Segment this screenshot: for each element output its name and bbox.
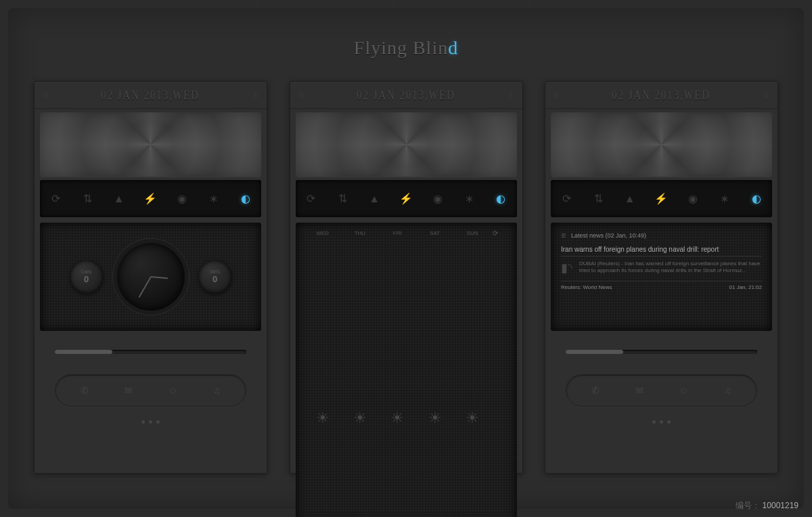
sun-icon: ☀ [380,409,414,427]
sun-icon: ☀ [455,409,489,427]
charge-icon[interactable]: ⚡ [650,192,672,205]
sun-icon: ☀ [418,409,452,427]
footer-value: 10001219 [763,501,798,510]
music-button[interactable]: ♫ [710,379,744,402]
phone-button[interactable]: ✆ [579,379,612,402]
forecast-widget: WED THU FRI SAT SUN ⟳ ☀ ☀ ☀ ☀ ☀ 14°/-2° … [296,223,517,517]
brushed-panel [551,112,772,177]
forecast-day: THU [343,230,377,236]
bluetooth-icon[interactable]: ∗ [203,192,225,205]
crown-icon: ♔ [252,91,258,99]
hour-hand [150,276,167,279]
charge-icon[interactable]: ⚡ [395,192,417,205]
clock-widget-area: Calls 0 SMS 0 [40,223,261,331]
dock: ✆ ✉ ☺ ♫ [55,374,246,407]
crown-icon: ♔ [508,91,514,99]
crown-icon: ♔ [763,91,769,99]
calls-value: 0 [84,274,89,284]
sun-icon: ☀ [306,409,340,427]
sun-icon: ☀ [343,409,377,427]
charge-icon[interactable]: ⚡ [139,192,161,205]
page-dot[interactable] [149,420,152,424]
gps-icon[interactable]: ◉ [427,192,449,205]
data-icon[interactable]: ⇅ [587,192,609,205]
analog-clock[interactable] [117,243,185,311]
bluetooth-icon[interactable]: ∗ [714,192,736,205]
forecast-day: SAT [418,230,452,236]
brightness-icon[interactable]: ◐ [746,192,767,205]
refresh-icon[interactable]: ⟳ [493,229,506,237]
wifi-icon[interactable]: ▲ [108,193,130,205]
page-dot[interactable] [141,420,145,424]
sms-value: 0 [212,274,217,284]
page-dot[interactable] [660,420,663,424]
mail-button[interactable]: ✉ [623,379,656,402]
sync-icon[interactable]: ⟳ [45,192,66,205]
sync-icon[interactable]: ⟳ [556,192,577,205]
brushed-panel [40,112,261,177]
date-bar: ♔ 02 JAN 2013,WED ♔ [35,82,267,109]
date-bar: ♔ 02 JAN 2013,WED ♔ [290,82,522,109]
news-body: DUBAI (Reuters) - Iran has warned off fo… [579,261,762,275]
data-icon[interactable]: ⇅ [76,192,98,205]
contacts-button[interactable]: ☺ [667,379,700,402]
sms-label: SMS [210,269,220,274]
title-main: Flying Blin [354,37,448,58]
toggle-row: ⟳ ⇅ ▲ ⚡ ◉ ∗ ◐ [551,180,772,217]
bluetooth-icon[interactable]: ∗ [458,192,480,205]
page-dot[interactable] [667,420,671,424]
wifi-icon[interactable]: ▲ [619,193,641,205]
toggle-row: ⟳ ⇅ ▲ ⚡ ◉ ∗ ◐ [40,180,261,217]
brightness-icon[interactable]: ◐ [490,192,512,205]
brushed-panel [296,112,517,177]
wifi-icon[interactable]: ▲ [363,193,385,205]
sync-icon[interactable]: ⟳ [300,192,322,205]
gps-icon[interactable]: ◉ [171,192,193,205]
forecast-day: FRI [380,230,414,236]
sms-badge[interactable]: SMS 0 [198,260,232,294]
date-text: 02 JAN 2013,WED [102,88,200,103]
news-headline: Iran warns off foreign planes during nav… [561,246,762,256]
panel-news: ♔ 02 JAN 2013,WED ♔ ⟳ ⇅ ▲ ⚡ ◉ ∗ ◐ ≡ Late… [545,81,778,474]
gps-icon[interactable]: ◉ [682,192,704,205]
data-icon[interactable]: ⇅ [332,192,354,205]
footer-label: 编号： [736,501,760,510]
dock: ✆ ✉ ☺ ♫ [566,374,757,407]
progress-fill [55,350,112,354]
app-title: Flying Blind [0,37,812,59]
rss-icon: ▮◝ [561,261,572,275]
date-bar: ♔ 02 JAN 2013,WED ♔ [545,82,777,109]
page-dot[interactable] [156,420,160,424]
minute-hand [138,277,151,298]
contacts-button[interactable]: ☺ [156,379,189,402]
phone-button[interactable]: ✆ [68,379,102,402]
pager [566,420,757,424]
page-dot[interactable] [652,420,656,424]
calls-badge[interactable]: Calls 0 [70,260,104,294]
news-time: 01 Jan, 21:02 [729,284,762,290]
crown-icon: ♔ [298,91,304,99]
crown-icon: ♔ [554,91,560,99]
forecast-day: WED [306,230,340,236]
panel-weather: ♔ 02 JAN 2013,WED ♔ ⟳ ⇅ ▲ ⚡ ◉ ∗ ◐ WED TH… [290,81,523,474]
menu-icon[interactable]: ≡ [561,231,566,240]
title-accent: d [448,37,458,58]
footer: 编号：10001219 [736,500,798,512]
progress-bar[interactable] [55,350,246,354]
news-latest: Latest news (02 Jan, 10:49) [571,232,646,239]
date-text: 02 JAN 2013,WED [357,88,455,103]
forecast-day: SUN [455,230,489,236]
calls-label: Calls [81,269,92,274]
pager [55,420,246,424]
music-button[interactable]: ♫ [200,379,233,402]
panel-clock: ♔ 02 JAN 2013,WED ♔ ⟳ ⇅ ▲ ⚡ ◉ ∗ ◐ Calls … [34,81,267,474]
news-widget[interactable]: ≡ Latest news (02 Jan, 10:49) Iran warns… [551,223,772,331]
progress-bar[interactable] [566,350,757,354]
toggle-row: ⟳ ⇅ ▲ ⚡ ◉ ∗ ◐ [296,180,517,217]
date-text: 02 JAN 2013,WED [612,88,711,103]
brightness-icon[interactable]: ◐ [235,192,256,205]
progress-fill [566,350,623,354]
crown-icon: ♔ [43,91,49,99]
news-source: Reuters: World News [561,284,612,290]
mail-button[interactable]: ✉ [112,379,145,402]
